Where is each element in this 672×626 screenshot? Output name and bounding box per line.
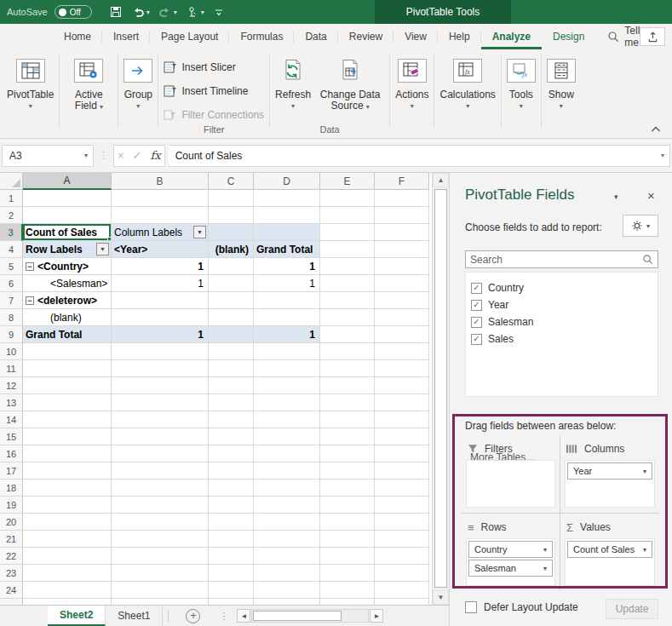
cell-D25[interactable] xyxy=(254,599,320,605)
cell-B8[interactable] xyxy=(112,309,209,326)
undo-caret-icon[interactable]: ▾ xyxy=(146,9,150,16)
cell-C5[interactable] xyxy=(209,258,254,275)
cell-D10[interactable] xyxy=(254,343,320,360)
cell-A9[interactable]: Grand Total xyxy=(23,326,112,343)
cell-A5[interactable]: −<Country> xyxy=(23,258,112,275)
cell-F9[interactable] xyxy=(375,326,429,343)
customize-qat-button[interactable] xyxy=(210,4,228,20)
scroll-up-icon[interactable]: ▲ xyxy=(433,173,449,187)
cell-A10[interactable] xyxy=(23,343,112,360)
field-pill-salesman[interactable]: Salesman▾ xyxy=(468,560,553,577)
cell-E15[interactable] xyxy=(320,428,375,445)
cell-E16[interactable] xyxy=(320,445,375,462)
autosave-toggle[interactable]: Off xyxy=(55,5,92,19)
cell-D1[interactable] xyxy=(254,190,320,207)
column-header-F[interactable]: F xyxy=(375,173,429,190)
cell-B14[interactable] xyxy=(112,411,209,428)
cell-A12[interactable] xyxy=(23,377,112,394)
cell-D5[interactable]: 1 xyxy=(254,258,320,275)
pane-options-caret-icon[interactable]: ▾ xyxy=(614,192,618,201)
row-header-12[interactable]: 12 xyxy=(0,377,23,394)
cell-D23[interactable] xyxy=(254,565,320,582)
row-header-24[interactable]: 24 xyxy=(0,582,23,599)
field-checkbox-country[interactable]: ✓ xyxy=(471,283,482,294)
cell-B13[interactable] xyxy=(112,394,209,411)
menu-tab-help[interactable]: Help xyxy=(438,24,481,49)
field-item-sales[interactable]: ✓Sales xyxy=(471,330,658,347)
row-header-23[interactable]: 23 xyxy=(0,565,23,582)
field-checkbox-year[interactable]: ✓ xyxy=(471,300,482,311)
cell-C2[interactable] xyxy=(209,207,254,224)
cell-E5[interactable] xyxy=(320,258,375,275)
row-header-7[interactable]: 7 xyxy=(0,292,23,309)
cell-E20[interactable] xyxy=(320,514,375,531)
cell-B7[interactable] xyxy=(112,292,209,309)
cell-B15[interactable] xyxy=(112,428,209,445)
menu-tab-insert[interactable]: Insert xyxy=(102,24,150,49)
cell-D9[interactable]: 1 xyxy=(254,326,320,343)
cell-A25[interactable] xyxy=(23,599,112,605)
cell-C23[interactable] xyxy=(209,565,254,582)
calculations-button[interactable]: fx Calculations ▾ xyxy=(439,49,495,138)
cell-C21[interactable] xyxy=(209,531,254,548)
cell-A21[interactable] xyxy=(23,531,112,548)
cell-D21[interactable] xyxy=(254,531,320,548)
name-box[interactable]: ▾ xyxy=(2,145,94,167)
cell-F14[interactable] xyxy=(375,411,429,428)
cell-C1[interactable] xyxy=(209,190,254,207)
horizontal-scrollbar[interactable]: ◄ ► xyxy=(237,609,383,623)
values-area[interactable]: Σ Values Count of Sales▾ xyxy=(560,514,659,591)
cell-D17[interactable] xyxy=(254,462,320,480)
horizontal-scroll-thumb[interactable] xyxy=(253,611,342,621)
new-sheet-button[interactable]: + xyxy=(186,609,200,623)
row-header-19[interactable]: 19 xyxy=(0,497,23,514)
cell-E3[interactable] xyxy=(320,224,375,241)
cell-F8[interactable] xyxy=(375,309,429,326)
fill-handle[interactable] xyxy=(107,237,112,241)
row-header-16[interactable]: 16 xyxy=(0,445,23,462)
column-header-A[interactable]: A xyxy=(23,173,112,190)
vertical-scroll-thumb[interactable] xyxy=(434,189,447,588)
cell-E23[interactable] xyxy=(320,565,375,582)
cell-C11[interactable] xyxy=(209,360,254,377)
collapse-button[interactable]: − xyxy=(26,296,34,305)
pill-caret-icon[interactable]: ▾ xyxy=(643,546,646,554)
change-data-source-button[interactable]: Change Data Source▾ xyxy=(316,49,384,124)
cell-E17[interactable] xyxy=(320,462,375,480)
cell-C16[interactable] xyxy=(209,445,254,462)
search-box[interactable] xyxy=(465,250,658,268)
cell-B6[interactable]: 1 xyxy=(112,275,209,292)
cell-A20[interactable] xyxy=(23,514,112,531)
cell-A7[interactable]: −<deleterow> xyxy=(23,292,112,309)
cell-F19[interactable] xyxy=(375,497,429,514)
field-checkbox-salesman[interactable]: ✓ xyxy=(471,317,482,328)
cell-B22[interactable] xyxy=(112,548,209,565)
cell-B10[interactable] xyxy=(112,343,209,360)
row-header-3[interactable]: 3 xyxy=(0,224,23,241)
menu-tab-page-layout[interactable]: Page Layout xyxy=(150,24,229,49)
cell-A15[interactable] xyxy=(23,428,112,445)
cell-C13[interactable] xyxy=(209,394,254,411)
active-field-button[interactable]: Active Field▾ xyxy=(65,49,112,138)
row-header-20[interactable]: 20 xyxy=(0,514,23,531)
cell-C22[interactable] xyxy=(209,548,254,565)
field-item-salesman[interactable]: ✓Salesman xyxy=(471,313,658,330)
select-all-corner[interactable] xyxy=(0,173,23,190)
cell-C15[interactable] xyxy=(209,428,254,445)
redo-caret-icon[interactable]: ▾ xyxy=(174,9,177,16)
cell-E8[interactable] xyxy=(320,309,375,326)
cell-A19[interactable] xyxy=(23,497,112,514)
actions-button[interactable]: Actions ▾ xyxy=(395,49,428,138)
cell-A13[interactable] xyxy=(23,394,112,411)
cell-D22[interactable] xyxy=(254,548,320,565)
collapse-ribbon-button[interactable] xyxy=(650,124,662,133)
cell-F5[interactable] xyxy=(375,258,429,275)
cell-D8[interactable] xyxy=(254,309,320,326)
cell-D12[interactable] xyxy=(254,377,320,394)
cell-F1[interactable] xyxy=(375,190,429,207)
tell-me-box[interactable]: Tell me xyxy=(607,25,640,49)
row-header-13[interactable]: 13 xyxy=(0,394,23,411)
cell-B18[interactable] xyxy=(112,480,209,497)
row-header-4[interactable]: 4 xyxy=(0,241,23,258)
collapse-button[interactable]: − xyxy=(26,262,34,271)
